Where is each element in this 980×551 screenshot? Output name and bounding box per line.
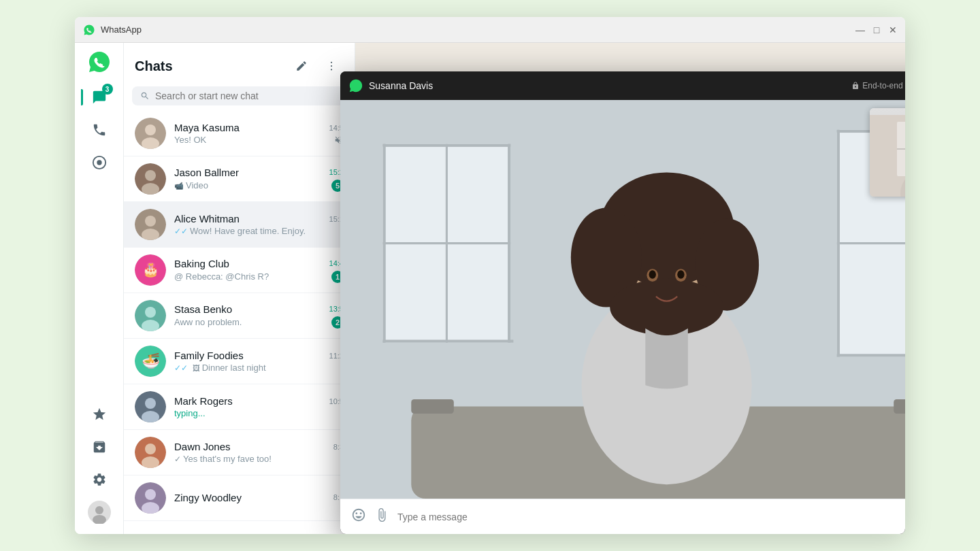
chat-info: Alice Whitman 15:1 ✓✓Wow! Have great tim… (174, 213, 344, 236)
new-chat-button[interactable] (289, 54, 314, 78)
chat-preview: typing... (174, 408, 344, 418)
svg-point-63 (677, 270, 684, 279)
close-button[interactable]: ✕ (889, 26, 897, 34)
svg-point-1 (97, 160, 101, 165)
chat-info: Zingy Woodley 8:1 (174, 492, 344, 505)
list-item[interactable]: Maya Kasuma 14:5 Yes! OK (124, 111, 355, 156)
search-bar (132, 86, 346, 105)
chats-title: Chats (135, 59, 173, 74)
whatsapp-logo-icon (83, 24, 95, 36)
svg-point-62 (649, 270, 656, 279)
video-icon: 📹 (174, 182, 184, 190)
list-item[interactable]: 🎂 Baking Club 14:4 @ Rebecca: @Chris R? … (124, 248, 355, 293)
call-encryption: End-to-end endcrypted (851, 81, 905, 90)
avatar (135, 391, 166, 422)
maximize-button[interactable]: □ (872, 26, 881, 34)
list-item[interactable]: 🍜 Family Foodies 11:2 ✓✓ 🖼Dinner last ni… (124, 339, 355, 384)
chat-info: Mark Rogers 10:5 typing... (174, 395, 344, 418)
message-input[interactable] (397, 512, 905, 522)
window-controls: — □ ✕ (856, 26, 897, 34)
main-video (340, 100, 905, 499)
svg-point-7 (331, 69, 332, 70)
call-video-area (340, 100, 905, 499)
chat-info: Jason Ballmer 15:2 📹Video 5 (174, 167, 344, 192)
svg-rect-51 (411, 399, 454, 414)
chat-name: Baking Club (174, 258, 229, 269)
sidebar-item-status[interactable] (84, 148, 114, 178)
chat-preview: 📹Video (174, 180, 327, 190)
call-title-bar: Susanna Davis End-to-end endcrypted — □ … (340, 71, 905, 100)
chats-badge: 3 (102, 84, 113, 95)
sidebar-item-profile[interactable] (84, 497, 114, 527)
minimize-button[interactable]: — (856, 26, 864, 34)
svg-point-20 (145, 307, 156, 318)
chat-name: Maya Kasuma (174, 122, 240, 133)
app-title: WhatsApp (101, 24, 856, 35)
double-tick-icon: ✓✓ (174, 227, 188, 236)
search-icon (140, 91, 150, 101)
double-tick-icon: ✓✓ (174, 363, 188, 373)
chat-name: Dawn Jones (174, 441, 231, 452)
chats-panel: Chats (124, 43, 355, 534)
chat-preview: Yes! OK (174, 135, 334, 145)
svg-rect-45 (837, 354, 905, 356)
search-input[interactable] (155, 90, 338, 101)
chat-name: Jason Ballmer (174, 167, 239, 178)
svg-point-12 (145, 170, 156, 181)
encryption-text: End-to-end endcrypted (862, 81, 905, 90)
single-tick-icon: ✓ (174, 454, 181, 464)
svg-point-31 (145, 489, 156, 500)
chat-info: Dawn Jones 8:3 ✓Yes that's my fave too! (174, 441, 344, 464)
svg-point-3 (95, 506, 103, 514)
list-item[interactable]: Stasa Benko 13:5 Aww no problem. 2 (124, 293, 355, 339)
list-item[interactable]: Jason Ballmer 15:2 📹Video 5 (124, 156, 355, 202)
list-item[interactable]: Dawn Jones 8:3 ✓Yes that's my fave too! (124, 430, 355, 475)
chat-name: Zingy Woodley (174, 492, 242, 503)
svg-point-25 (145, 398, 156, 409)
sidebar-item-starred[interactable] (84, 399, 114, 429)
lock-icon (851, 82, 860, 90)
svg-point-28 (145, 444, 156, 454)
chat-list: Maya Kasuma 14:5 Yes! OK (124, 111, 355, 534)
svg-text:🍜: 🍜 (142, 352, 161, 370)
call-contact-name: Susanna Davis (369, 80, 851, 91)
list-item[interactable]: Alice Whitman 15:1 ✓✓Wow! Have great tim… (124, 202, 355, 248)
chat-info: Family Foodies 11:2 ✓✓ 🖼Dinner last nigh… (174, 350, 344, 373)
sidebar-item-calls[interactable] (84, 115, 114, 145)
self-view-pip (870, 108, 905, 197)
app-window: WhatsApp — □ ✕ 3 (75, 17, 905, 534)
avatar (135, 482, 166, 514)
chats-header: Chats (124, 43, 355, 84)
svg-text:🎂: 🎂 (142, 261, 159, 278)
avatar: 🍜 (135, 346, 166, 377)
sidebar-item-settings[interactable] (84, 465, 114, 495)
title-bar: WhatsApp — □ ✕ (75, 17, 905, 43)
chat-preview: Aww no problem. (174, 317, 327, 327)
image-icon: 🖼 (193, 364, 200, 372)
self-video-content (870, 115, 905, 197)
sidebar-item-archived[interactable] (84, 432, 114, 462)
avatar: 🎂 (135, 254, 166, 286)
chat-info: Maya Kasuma 14:5 Yes! OK (174, 122, 344, 145)
attach-button[interactable] (374, 507, 389, 526)
avatar (135, 163, 166, 195)
sidebar-nav: 3 (75, 43, 124, 534)
list-item[interactable]: Mark Rogers 10:5 typing... (124, 384, 355, 430)
remote-video-content (340, 100, 905, 499)
chat-preview: @ Rebecca: @Chris R? (174, 271, 327, 282)
whatsapp-nav-logo-icon (87, 50, 112, 74)
svg-point-5 (331, 62, 332, 63)
chat-name: Family Foodies (174, 350, 244, 361)
chat-name: Alice Whitman (174, 213, 240, 224)
chat-name: Mark Rogers (174, 395, 233, 407)
message-input-bar (340, 499, 905, 534)
chat-preview: ✓Yes that's my fave too! (174, 454, 344, 464)
chat-info: Stasa Benko 13:5 Aww no problem. 2 (174, 303, 344, 329)
video-call-window: Susanna Davis End-to-end endcrypted — □ … (340, 71, 905, 534)
avatar (135, 300, 166, 331)
emoji-button[interactable] (351, 507, 366, 526)
list-item[interactable]: Zingy Woodley 8:1 (124, 475, 355, 521)
svg-point-59 (610, 279, 723, 335)
sidebar-item-chats[interactable]: 3 (84, 82, 114, 112)
chat-info: Baking Club 14:4 @ Rebecca: @Chris R? 1 (174, 258, 344, 283)
